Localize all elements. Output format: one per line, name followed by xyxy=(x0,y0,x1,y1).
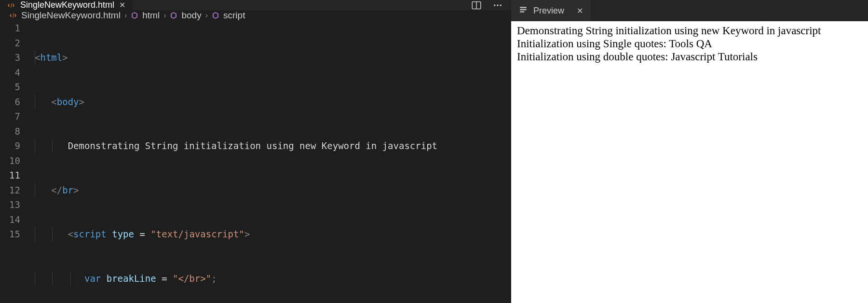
html-file-icon xyxy=(7,1,15,10)
editor-pane: SingleNewKeyword.html ✕ SingleNewKeyword… xyxy=(0,0,511,303)
breadcrumb-body[interactable]: body xyxy=(181,10,201,21)
svg-rect-5 xyxy=(520,7,527,8)
html-file-icon xyxy=(9,11,17,20)
chevron-right-icon: › xyxy=(205,11,208,20)
symbol-icon xyxy=(131,12,138,19)
tab-filename: SingleNewKeyword.html xyxy=(20,0,114,10)
chevron-right-icon: › xyxy=(163,11,166,20)
symbol-icon xyxy=(170,12,177,19)
split-editor-icon[interactable] xyxy=(472,0,481,10)
preview-tab[interactable]: Preview ✕ xyxy=(511,0,591,21)
preview-icon xyxy=(519,5,528,16)
editor-actions xyxy=(463,0,511,10)
tab-bar: SingleNewKeyword.html ✕ xyxy=(0,0,511,10)
svg-rect-7 xyxy=(520,11,524,12)
breadcrumbs[interactable]: SingleNewKeyword.html › html › body › sc… xyxy=(0,10,511,21)
symbol-icon xyxy=(212,12,219,19)
preview-line: Demonstrating String initialization usin… xyxy=(517,24,862,37)
vertical-scrollbar[interactable] xyxy=(504,21,511,303)
line-gutter: 1 2 3 4 5 6 7 8 9 10 11 12 13 14 15 xyxy=(0,21,32,303)
breadcrumb-html[interactable]: html xyxy=(142,10,160,21)
close-icon[interactable]: ✕ xyxy=(577,6,583,15)
tab-file[interactable]: SingleNewKeyword.html ✕ xyxy=(0,0,132,10)
editor-body[interactable]: 1 2 3 4 5 6 7 8 9 10 11 12 13 14 15 <htm… xyxy=(0,21,511,303)
preview-line: Initialization using double quotes: Java… xyxy=(517,50,862,63)
chevron-right-icon: › xyxy=(124,11,127,20)
preview-content: Demonstrating String initialization usin… xyxy=(511,21,868,303)
preview-line: Initialization using Single quotes: Tool… xyxy=(517,37,862,50)
svg-point-3 xyxy=(497,4,499,6)
preview-pane: Preview ✕ Demonstrating String initializ… xyxy=(511,0,868,303)
svg-point-2 xyxy=(494,4,496,6)
preview-tab-label: Preview xyxy=(533,6,564,16)
breadcrumb-script[interactable]: script xyxy=(223,10,245,21)
preview-tabbar: Preview ✕ xyxy=(511,0,868,21)
svg-rect-6 xyxy=(520,9,527,10)
close-icon[interactable]: ✕ xyxy=(119,0,125,10)
code-area[interactable]: <html> <body> Demonstrating String initi… xyxy=(32,21,504,303)
svg-point-4 xyxy=(500,4,502,6)
breadcrumb-file[interactable]: SingleNewKeyword.html xyxy=(21,10,121,21)
more-actions-icon[interactable] xyxy=(493,0,502,10)
